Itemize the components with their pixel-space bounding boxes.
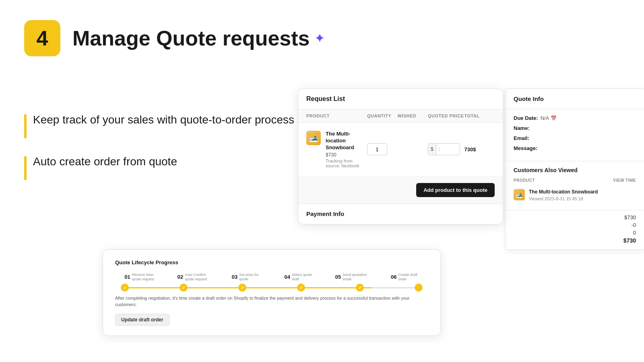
col-quantity: QUANTITY — [367, 113, 397, 118]
lifecycle-panel: Quote Lifecycle Progress 01 Receive Newq… — [103, 249, 441, 336]
message-label: Message: — [514, 145, 537, 151]
add-product-button[interactable]: Add product to this quote — [416, 183, 495, 197]
step-1: 01 Receive Newquote request — [115, 273, 163, 283]
step-1-number-row: 01 Receive Newquote request — [124, 273, 154, 282]
table-header: PRODUCT QUANTITY WISHED QUOTED PRICE TOT… — [298, 109, 503, 123]
quote-info-body: Due Date: N/A 📅 Name: Email: Message: — [506, 109, 644, 161]
step-3-num: 03 — [232, 274, 237, 280]
header-section: 4 Manage Quote requests ✦ — [0, 0, 644, 68]
header-title-wrap: Manage Quote requests ✦ — [72, 26, 325, 50]
due-date-field: Due Date: N/A 📅 — [514, 115, 636, 121]
quantity-cell — [367, 143, 397, 155]
also-viewed-title: Customers Also Viewed — [514, 167, 636, 173]
av-product-name: The Multi-location Snowboard — [529, 189, 598, 195]
email-field: Email: — [514, 135, 636, 141]
step-5: 05 Send quotationemail — [327, 273, 375, 283]
payment-section: Payment Info — [298, 204, 503, 224]
col-quoted-price: QUOTED PRICE — [428, 113, 464, 118]
bullet-text-2: Auto create order from quote — [33, 154, 177, 169]
bullet-item-2: Auto create order from quote — [24, 154, 294, 180]
step-4: 04 Select quotedraft — [274, 273, 322, 283]
quantity-input[interactable] — [367, 143, 387, 155]
step-3-label: Set price forquote — [239, 273, 259, 282]
step-circle-1 — [121, 284, 129, 292]
due-date-value: N/A — [541, 115, 549, 121]
step-number-badge: 4 — [24, 20, 60, 56]
step-circle-2 — [180, 284, 188, 292]
product-price: $730 — [326, 152, 367, 158]
tax-value: 0 — [633, 230, 636, 236]
step-circle-6 — [415, 284, 423, 292]
step-6-num: 06 — [391, 274, 396, 280]
update-draft-button[interactable]: Update draft order — [115, 314, 169, 326]
subtotal-row: $730 — [514, 214, 636, 220]
sparkle-icon: ✦ — [314, 31, 325, 46]
step-2-label: Auto Confirmquote request — [185, 273, 207, 282]
product-thumbnail: 🎿 — [306, 131, 321, 145]
av-col-view-time: VIEW TIME — [613, 178, 636, 183]
av-product-details: The Multi-location Snowboard Viewed 2023… — [529, 189, 598, 201]
total-cell: 730$ — [464, 146, 495, 152]
name-label: Name: — [514, 125, 530, 131]
product-info: 🎿 The Multi-location Snowboard $730 Trac… — [306, 131, 367, 168]
step-circle-3 — [238, 284, 246, 292]
tax-row: 0 — [514, 230, 636, 236]
add-product-row: Add product to this quote — [298, 177, 503, 204]
step-6-label: Create draftorder — [398, 273, 417, 282]
left-content: Keep track of your sales with quote-to-o… — [24, 113, 294, 196]
quote-info-header: Quote Info — [506, 89, 644, 109]
calendar-icon[interactable]: 📅 — [551, 115, 557, 121]
av-product-thumbnail: 🎿 — [514, 189, 525, 200]
col-total: TOTAL — [464, 113, 495, 118]
request-list-panel: Request List PRODUCT QUANTITY WISHED QUO… — [298, 88, 503, 224]
lifecycle-description: After completing negotiation, it's time … — [115, 295, 428, 308]
steps-row: 01 Receive Newquote request 02 Auto Conf… — [115, 273, 428, 283]
product-row: 🎿 The Multi-location Snowboard $730 Trac… — [298, 123, 503, 177]
step-1-num: 01 — [124, 274, 130, 280]
discount-row: -0 — [514, 222, 636, 228]
bullet-bar-1 — [24, 114, 27, 138]
final-total-row: $730 — [514, 237, 636, 244]
product-details: The Multi-location Snowboard $730 Tracki… — [326, 131, 367, 168]
discount-value: -0 — [631, 222, 636, 228]
av-product-date: Viewed 2023-8-31 15:45:18 — [529, 196, 598, 201]
due-date-label: Due Date: — [514, 115, 538, 121]
panel-header: Request List — [298, 89, 503, 109]
col-wished: WISHED — [397, 113, 427, 118]
progress-bar-container — [121, 287, 423, 288]
step-4-label: Select quotedraft — [292, 273, 312, 282]
quote-info-title: Quote Info — [514, 95, 544, 102]
step-circles — [121, 284, 423, 292]
step-3: 03 Set price forquote — [221, 273, 269, 283]
step-circle-5 — [356, 284, 364, 292]
product-name: The Multi-location Snowboard — [326, 131, 367, 151]
price-prefix: $ — [428, 144, 436, 155]
av-col-product: PRODUCT — [514, 178, 535, 183]
step-6: 06 Create draftorder — [380, 273, 428, 283]
av-product-row: 🎿 The Multi-location Snowboard Viewed 20… — [514, 186, 636, 204]
step-5-num: 05 — [335, 274, 341, 280]
bullet-bar-2 — [24, 156, 27, 180]
page-title: Manage Quote requests — [72, 26, 310, 50]
also-viewed-section: Customers Also Viewed PRODUCT VIEW TIME … — [506, 161, 644, 210]
totals-section: $730 -0 0 $730 — [506, 210, 644, 249]
payment-title: Payment Info — [306, 210, 344, 217]
quote-info-panel: Quote Info Due Date: N/A 📅 Name: Email: … — [505, 88, 644, 250]
step-5-number-row: 05 Send quotationemail — [335, 273, 367, 282]
name-field: Name: — [514, 125, 636, 131]
step-6-number-row: 06 Create draftorder — [391, 273, 417, 282]
step-circle-4 — [297, 284, 305, 292]
step-4-num: 04 — [285, 274, 290, 280]
bullet-item-1: Keep track of your sales with quote-to-o… — [24, 113, 294, 138]
step-1-label: Receive Newquote request — [132, 273, 154, 282]
email-label: Email: — [514, 135, 529, 141]
step-2-number-row: 02 Auto Confirmquote request — [178, 273, 207, 282]
av-table-header: PRODUCT VIEW TIME — [514, 178, 636, 183]
price-input-wrap: $ : — [428, 143, 460, 155]
panel-title: Request List — [306, 95, 345, 102]
subtotal-value: $730 — [624, 214, 636, 220]
final-total-value: $730 — [623, 237, 636, 244]
step-5-label: Send quotationemail — [343, 273, 367, 282]
step-3-number-row: 03 Set price forquote — [232, 273, 259, 282]
step-4-number-row: 04 Select quotedraft — [285, 273, 312, 282]
